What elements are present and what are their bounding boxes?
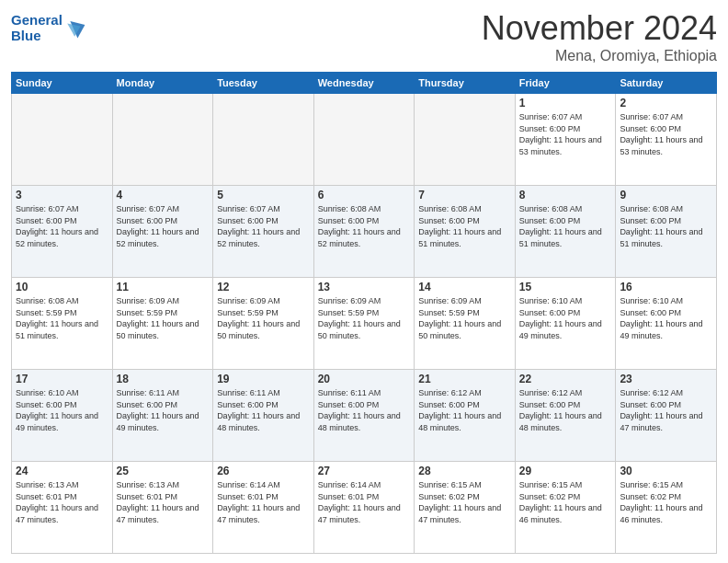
table-row: 28Sunrise: 6:15 AMSunset: 6:02 PMDayligh… (415, 462, 516, 554)
table-row: 3Sunrise: 6:07 AMSunset: 6:00 PMDaylight… (12, 186, 113, 278)
table-row (12, 94, 113, 186)
day-info: Sunrise: 6:12 AMSunset: 6:00 PMDaylight:… (418, 387, 511, 433)
day-number: 2 (620, 97, 712, 109)
day-info: Sunrise: 6:08 AMSunset: 6:00 PMDaylight:… (418, 203, 511, 249)
day-number: 7 (418, 189, 511, 201)
calendar-header-row: Sunday Monday Tuesday Wednesday Thursday… (12, 73, 717, 94)
day-number: 3 (16, 189, 108, 201)
table-row: 18Sunrise: 6:11 AMSunset: 6:00 PMDayligh… (112, 370, 213, 462)
day-number: 29 (519, 465, 612, 477)
day-number: 30 (620, 465, 712, 477)
day-info: Sunrise: 6:11 AMSunset: 6:00 PMDaylight:… (318, 387, 411, 433)
location: Mena, Oromiya, Ethiopia (482, 48, 717, 64)
table-row: 20Sunrise: 6:11 AMSunset: 6:00 PMDayligh… (313, 370, 415, 462)
day-number: 18 (117, 373, 210, 385)
day-info: Sunrise: 6:10 AMSunset: 6:00 PMDaylight:… (519, 295, 612, 341)
day-info: Sunrise: 6:09 AMSunset: 5:59 PMDaylight:… (217, 295, 310, 341)
month-title: November 2024 (482, 9, 717, 48)
day-info: Sunrise: 6:11 AMSunset: 6:00 PMDaylight:… (117, 387, 210, 433)
day-number: 10 (16, 281, 108, 293)
day-number: 21 (418, 373, 511, 385)
day-number: 23 (620, 373, 712, 385)
day-number: 14 (418, 281, 511, 293)
calendar-table: Sunday Monday Tuesday Wednesday Thursday… (11, 72, 717, 554)
day-info: Sunrise: 6:11 AMSunset: 6:00 PMDaylight:… (217, 387, 310, 433)
table-row: 27Sunrise: 6:14 AMSunset: 6:01 PMDayligh… (313, 462, 415, 554)
table-row: 29Sunrise: 6:15 AMSunset: 6:02 PMDayligh… (515, 462, 616, 554)
day-info: Sunrise: 6:08 AMSunset: 5:59 PMDaylight:… (16, 295, 108, 341)
day-info: Sunrise: 6:13 AMSunset: 6:01 PMDaylight:… (16, 479, 108, 525)
day-info: Sunrise: 6:07 AMSunset: 6:00 PMDaylight:… (117, 203, 210, 249)
table-row: 15Sunrise: 6:10 AMSunset: 6:00 PMDayligh… (515, 278, 616, 370)
table-row: 5Sunrise: 6:07 AMSunset: 6:00 PMDaylight… (213, 186, 314, 278)
week-row-5: 24Sunrise: 6:13 AMSunset: 6:01 PMDayligh… (12, 462, 717, 554)
header-tuesday: Tuesday (213, 73, 314, 94)
table-row: 19Sunrise: 6:11 AMSunset: 6:00 PMDayligh… (213, 370, 314, 462)
table-row: 14Sunrise: 6:09 AMSunset: 5:59 PMDayligh… (415, 278, 516, 370)
day-number: 4 (117, 189, 210, 201)
day-info: Sunrise: 6:09 AMSunset: 5:59 PMDaylight:… (318, 295, 411, 341)
day-number: 8 (519, 189, 612, 201)
table-row: 7Sunrise: 6:08 AMSunset: 6:00 PMDaylight… (415, 186, 516, 278)
day-info: Sunrise: 6:08 AMSunset: 6:00 PMDaylight:… (620, 203, 712, 249)
day-number: 25 (117, 465, 210, 477)
header-monday: Monday (112, 73, 213, 94)
week-row-2: 3Sunrise: 6:07 AMSunset: 6:00 PMDaylight… (12, 186, 717, 278)
table-row: 11Sunrise: 6:09 AMSunset: 5:59 PMDayligh… (112, 278, 213, 370)
day-number: 12 (217, 281, 310, 293)
week-row-4: 17Sunrise: 6:10 AMSunset: 6:00 PMDayligh… (12, 370, 717, 462)
title-block: November 2024 Mena, Oromiya, Ethiopia (482, 9, 717, 64)
day-number: 9 (620, 189, 712, 201)
logo: General Blue (11, 13, 86, 43)
table-row: 23Sunrise: 6:12 AMSunset: 6:00 PMDayligh… (616, 370, 717, 462)
day-number: 19 (217, 373, 310, 385)
day-info: Sunrise: 6:12 AMSunset: 6:00 PMDaylight:… (519, 387, 612, 433)
day-info: Sunrise: 6:10 AMSunset: 6:00 PMDaylight:… (620, 295, 712, 341)
day-info: Sunrise: 6:12 AMSunset: 6:00 PMDaylight:… (620, 387, 712, 433)
day-info: Sunrise: 6:15 AMSunset: 6:02 PMDaylight:… (620, 479, 712, 525)
day-number: 1 (519, 97, 612, 109)
header-thursday: Thursday (415, 73, 516, 94)
day-info: Sunrise: 6:10 AMSunset: 6:00 PMDaylight:… (16, 387, 108, 433)
header-saturday: Saturday (616, 73, 717, 94)
day-number: 22 (519, 373, 612, 385)
day-number: 15 (519, 281, 612, 293)
table-row: 4Sunrise: 6:07 AMSunset: 6:00 PMDaylight… (112, 186, 213, 278)
day-number: 16 (620, 281, 712, 293)
header-wednesday: Wednesday (313, 73, 415, 94)
table-row (313, 94, 415, 186)
day-info: Sunrise: 6:07 AMSunset: 6:00 PMDaylight:… (16, 203, 108, 249)
table-row (415, 94, 516, 186)
day-number: 28 (418, 465, 511, 477)
day-number: 11 (117, 281, 210, 293)
table-row: 17Sunrise: 6:10 AMSunset: 6:00 PMDayligh… (12, 370, 113, 462)
day-info: Sunrise: 6:09 AMSunset: 5:59 PMDaylight:… (418, 295, 511, 341)
page-header: General Blue November 2024 Mena, Oromiya… (11, 9, 717, 64)
table-row: 26Sunrise: 6:14 AMSunset: 6:01 PMDayligh… (213, 462, 314, 554)
day-number: 6 (318, 189, 411, 201)
table-row: 25Sunrise: 6:13 AMSunset: 6:01 PMDayligh… (112, 462, 213, 554)
header-sunday: Sunday (12, 73, 113, 94)
header-friday: Friday (515, 73, 616, 94)
day-info: Sunrise: 6:07 AMSunset: 6:00 PMDaylight:… (217, 203, 310, 249)
table-row: 21Sunrise: 6:12 AMSunset: 6:00 PMDayligh… (415, 370, 516, 462)
table-row: 9Sunrise: 6:08 AMSunset: 6:00 PMDaylight… (616, 186, 717, 278)
table-row: 2Sunrise: 6:07 AMSunset: 6:00 PMDaylight… (616, 94, 717, 186)
table-row: 22Sunrise: 6:12 AMSunset: 6:00 PMDayligh… (515, 370, 616, 462)
day-info: Sunrise: 6:13 AMSunset: 6:01 PMDaylight:… (117, 479, 210, 525)
day-number: 26 (217, 465, 310, 477)
day-info: Sunrise: 6:14 AMSunset: 6:01 PMDaylight:… (217, 479, 310, 525)
table-row: 24Sunrise: 6:13 AMSunset: 6:01 PMDayligh… (12, 462, 113, 554)
day-info: Sunrise: 6:08 AMSunset: 6:00 PMDaylight:… (519, 203, 612, 249)
table-row: 12Sunrise: 6:09 AMSunset: 5:59 PMDayligh… (213, 278, 314, 370)
day-number: 24 (16, 465, 108, 477)
day-number: 27 (318, 465, 411, 477)
day-info: Sunrise: 6:07 AMSunset: 6:00 PMDaylight:… (620, 111, 712, 157)
day-number: 5 (217, 189, 310, 201)
table-row: 8Sunrise: 6:08 AMSunset: 6:00 PMDaylight… (515, 186, 616, 278)
table-row: 10Sunrise: 6:08 AMSunset: 5:59 PMDayligh… (12, 278, 113, 370)
week-row-3: 10Sunrise: 6:08 AMSunset: 5:59 PMDayligh… (12, 278, 717, 370)
table-row (112, 94, 213, 186)
day-info: Sunrise: 6:14 AMSunset: 6:01 PMDaylight:… (318, 479, 411, 525)
table-row: 6Sunrise: 6:08 AMSunset: 6:00 PMDaylight… (313, 186, 415, 278)
